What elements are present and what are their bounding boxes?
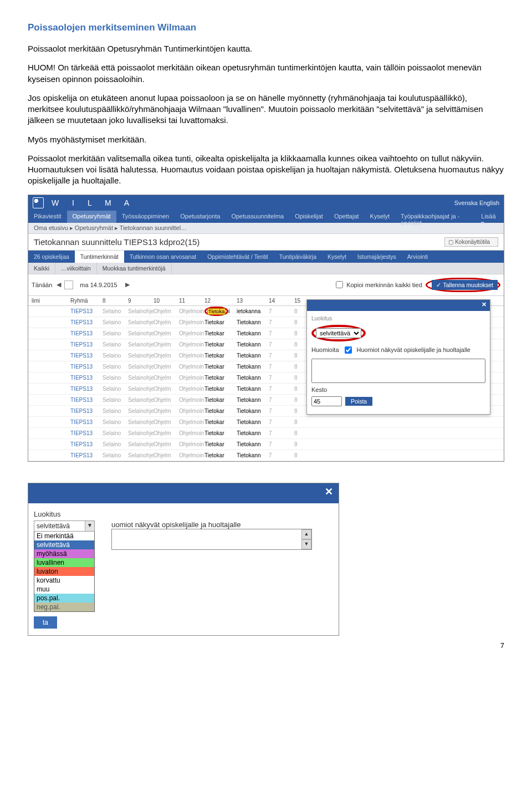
scroll-down-icon[interactable]: ▼ (301, 539, 311, 549)
luokitus-option[interactable]: korvattu (34, 576, 94, 585)
col-h: 9 (128, 298, 154, 304)
huomioita-textarea[interactable]: ▲ ▼ (111, 529, 312, 550)
table-row[interactable]: TIEPS13SelainoSelainohjeOhjelmOhjelmoinT… (28, 428, 504, 439)
menu-item[interactable]: Työpaikkaohjaajat ja -arvioijat (395, 211, 475, 223)
sub-tab[interactable]: Muokkaa tuntimerkintöjä (97, 263, 172, 274)
huomiot-visible-checkbox[interactable] (345, 346, 352, 354)
luokitus-highlight: selvitettävä (311, 325, 366, 341)
next-day-button[interactable]: ▶ (124, 281, 131, 288)
kesto-input[interactable] (311, 396, 342, 406)
tab[interactable]: Arviointi (402, 251, 433, 263)
luokitus-option[interactable]: selvitettävä (34, 540, 94, 549)
paragraph: Jos opiskelija on etukäteen anonut lupaa… (28, 93, 504, 126)
absence-popup: ✕ Luokitus selvitettävä Huomioita Huomio… (306, 299, 490, 415)
date-display: ma 14.9.2015 (75, 280, 121, 289)
today-label: Tänään (32, 282, 52, 288)
huomioita-textarea[interactable] (311, 359, 485, 383)
page-header: Tietokannan suunnittelu TIEPS13 kdpro2(1… (28, 234, 504, 251)
close-icon[interactable]: ✕ (325, 486, 333, 497)
breadcrumb: Oma etusivu ▸ Opetusryhmät ▸ Tietokannan… (28, 223, 504, 234)
copy-label: Kopioi merkinnän kaikki tied (346, 282, 422, 288)
wilma-brand: W I L M A (52, 198, 454, 207)
save-highlight: ✓ Tallenna muutokset (426, 278, 500, 292)
tab[interactable]: Tuntipäiväkirja (274, 251, 322, 263)
toolbar: Tänään ◀ ma 14.9.2015 ▶ Kopioi merkinnän… (28, 274, 504, 296)
main-menu: PikaviestitOpetusryhmätTyössäoppiminenOp… (28, 211, 504, 223)
menu-item[interactable]: Opiskelijat (289, 211, 329, 223)
wilma-screenshot-1: W I L M A Svenska English PikaviestitOpe… (28, 195, 504, 462)
page-tabs: 26 opiskelijaaTuntimerkinnätTutkinnon os… (28, 251, 504, 263)
luokitus-select[interactable]: selvitettävä ▼ (34, 520, 95, 532)
timetable-grid: limi Ryhmä 8 9 10 11 12 13 14 15 TIEPS13… (28, 296, 504, 461)
paragraph: HUOM! On tärkeää että poissaolot merkitä… (28, 62, 504, 85)
menu-item[interactable]: Opetustarjonta (175, 211, 226, 223)
ta-button-fragment[interactable]: ta (34, 616, 57, 629)
save-button-label: Tallenna muutokset (443, 282, 493, 288)
sub-tab[interactable]: …viikoittain (55, 263, 97, 274)
save-button[interactable]: ✓ Tallenna muutokset (432, 280, 498, 290)
tab[interactable]: 26 opiskelijaa (28, 251, 75, 263)
luokitus-option[interactable]: muu (34, 585, 94, 594)
wilma-screenshot-2: ✕ Luokitus selvitettävä ▼ Ei merkintääse… (28, 483, 339, 636)
luokitus-option[interactable]: Ei merkintää (34, 532, 94, 540)
luokitus-option[interactable]: neg.pal. (34, 603, 94, 611)
poista-button[interactable]: Poista (345, 397, 372, 406)
menu-more[interactable]: Lisää ▾ (475, 211, 504, 223)
paragraph: Poissaolot merkitään valitsemalla oikea … (28, 153, 504, 187)
chevron-down-icon[interactable]: ▼ (85, 521, 94, 531)
tab[interactable]: Kyselyt (322, 251, 352, 263)
tab[interactable]: Tuntimerkinnät (75, 251, 124, 263)
table-row[interactable]: TIEPS13SelainoSelainohjeOhjelmOhjelmoinT… (28, 450, 504, 461)
huomiot-visible-label-fragment: uomiot näkyvät opiskelijalle ja huoltaja… (111, 520, 241, 529)
copy-all-checkbox[interactable] (336, 281, 343, 288)
sub-tabs: Kaikki…viikoittainMuokkaa tuntimerkintöj… (28, 263, 504, 274)
wilma-logo-icon (33, 197, 44, 208)
language-links[interactable]: Svenska English (454, 200, 499, 206)
huomioita-label: Huomioita (311, 346, 339, 353)
menu-item[interactable]: Kyselyt (365, 211, 395, 223)
wilma-top-bar: W I L M A Svenska English (28, 195, 504, 211)
luokitus-option-list[interactable]: Ei merkintääselvitettävämyöhässäluvallin… (34, 531, 95, 612)
col-name: limi (32, 298, 70, 304)
prev-day-button[interactable]: ◀ (55, 281, 62, 288)
tab[interactable]: Oppimistehtävät / Tentit (202, 251, 274, 263)
fullscreen-button[interactable]: ▢ Kokonäyttötila (444, 237, 498, 247)
tab[interactable]: Istumajärjestys (352, 251, 402, 263)
luokitus-label: Luokitus (311, 315, 332, 321)
col-h: 12 (204, 298, 237, 304)
scroll-up-icon[interactable]: ▲ (301, 529, 311, 539)
fullscreen-label: Kokonäyttötila (455, 239, 490, 245)
table-row[interactable]: TIEPS13SelainoSelainohjeOhjelmOhjelmoinT… (28, 417, 504, 428)
page-title: Tietokannan suunnittelu TIEPS13 kdpro2(1… (34, 237, 200, 247)
close-icon[interactable]: ✕ (482, 301, 487, 308)
kesto-label: Kesto (311, 386, 327, 393)
col-h: 14 (269, 298, 294, 304)
luokitus-option[interactable]: myöhässä (34, 549, 94, 558)
check-icon: ✓ (436, 282, 441, 288)
sub-tab[interactable]: Kaikki (28, 263, 55, 274)
luokitus-select[interactable]: selvitettävä (316, 328, 361, 338)
table-row[interactable]: TIEPS13SelainoSelainohjeOhjelmOhjelmoinT… (28, 439, 504, 450)
paragraph: Poissaolot merkitään Opetusryhmän Tuntim… (28, 43, 504, 54)
huomiot-visible-label: Huomiot näkyvät opiskelijalle ja huoltaj… (357, 346, 470, 353)
tab[interactable]: Tutkinnon osan arvosanat (124, 251, 202, 263)
paragraph: Myös myöhästymiset merkitään. (28, 134, 504, 145)
menu-item[interactable]: Pikaviestit (28, 211, 67, 223)
section-heading: Poissaolojen merkitseminen Wilmaan (28, 22, 504, 33)
luokitus-label: Luokitus (34, 510, 333, 518)
col-group: Ryhmä (70, 298, 103, 304)
luokitus-option[interactable]: luvaton (34, 567, 94, 576)
col-h: 13 (237, 298, 269, 304)
col-h: 10 (154, 298, 179, 304)
page-number: 7 (28, 641, 504, 650)
col-h: 8 (103, 298, 128, 304)
menu-item[interactable]: Työssäoppiminen (116, 211, 175, 223)
menu-item[interactable]: Opetussuunnitelma (226, 211, 289, 223)
luokitus-option[interactable]: luvallinen (34, 558, 94, 567)
menu-item[interactable]: Opettajat (329, 211, 365, 223)
calendar-icon[interactable] (64, 280, 73, 289)
menu-item[interactable]: Opetusryhmät (67, 211, 116, 223)
col-h: 11 (179, 298, 204, 304)
luokitus-option[interactable]: pos.pal. (34, 594, 94, 603)
